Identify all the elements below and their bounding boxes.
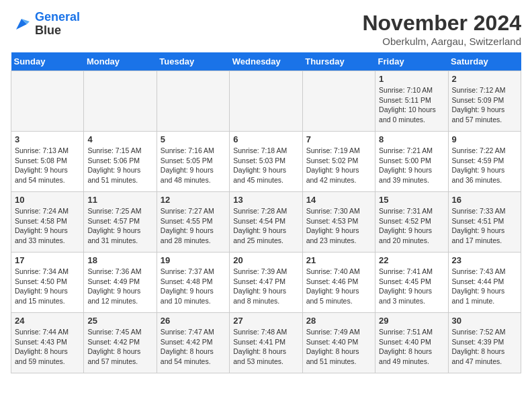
day-info: Sunrise: 7:47 AMSunset: 4:42 PMDaylight:…: [161, 327, 226, 367]
day-info: Sunrise: 7:12 AMSunset: 5:09 PMDaylight:…: [452, 85, 517, 125]
weekday-header: Thursday: [302, 52, 375, 71]
day-info: Sunrise: 7:49 AMSunset: 4:40 PMDaylight:…: [306, 327, 371, 367]
calendar-header: SundayMondayTuesdayWednesdayThursdayFrid…: [11, 52, 521, 71]
day-info: Sunrise: 7:41 AMSunset: 4:45 PMDaylight:…: [379, 267, 444, 306]
weekday-header: Sunday: [11, 52, 84, 71]
day-info: Sunrise: 7:45 AMSunset: 4:42 PMDaylight:…: [87, 327, 152, 367]
day-info: Sunrise: 7:15 AMSunset: 5:06 PMDaylight:…: [87, 146, 152, 185]
day-info: Sunrise: 7:43 AMSunset: 4:44 PMDaylight:…: [452, 267, 517, 306]
day-number: 12: [161, 195, 226, 205]
day-number: 16: [452, 195, 517, 205]
day-info: Sunrise: 7:33 AMSunset: 4:51 PMDaylight:…: [452, 206, 517, 246]
calendar-cell: 21Sunrise: 7:40 AMSunset: 4:46 PMDayligh…: [302, 253, 375, 313]
calendar-cell: [84, 71, 157, 132]
calendar-cell: 3Sunrise: 7:13 AMSunset: 5:08 PMDaylight…: [11, 132, 84, 192]
day-number: 14: [306, 195, 371, 205]
day-number: 25: [87, 316, 152, 326]
day-info: Sunrise: 7:34 AMSunset: 4:50 PMDaylight:…: [15, 267, 80, 306]
calendar-cell: 15Sunrise: 7:31 AMSunset: 4:52 PMDayligh…: [375, 192, 448, 253]
calendar-cell: 17Sunrise: 7:34 AMSunset: 4:50 PMDayligh…: [11, 253, 84, 313]
day-info: Sunrise: 7:21 AMSunset: 5:00 PMDaylight:…: [379, 146, 444, 185]
calendar-cell: 8Sunrise: 7:21 AMSunset: 5:00 PMDaylight…: [375, 132, 448, 192]
calendar-cell: 28Sunrise: 7:49 AMSunset: 4:40 PMDayligh…: [302, 313, 375, 373]
weekday-header: Saturday: [448, 52, 521, 71]
calendar-cell: 1Sunrise: 7:10 AMSunset: 5:11 PMDaylight…: [375, 71, 448, 132]
calendar-cell: 16Sunrise: 7:33 AMSunset: 4:51 PMDayligh…: [448, 192, 521, 253]
day-number: 13: [233, 195, 298, 205]
day-number: 8: [379, 134, 444, 144]
day-number: 23: [452, 255, 517, 265]
day-number: 10: [15, 195, 80, 205]
day-number: 9: [452, 134, 517, 144]
day-number: 2: [452, 74, 517, 84]
subtitle: Oberkulm, Aargau, Switzerland: [362, 36, 521, 47]
weekday-header: Friday: [375, 52, 448, 71]
calendar-cell: [302, 71, 375, 132]
page-header: General Blue November 2024 Oberkulm, Aar…: [11, 11, 521, 47]
calendar-cell: 4Sunrise: 7:15 AMSunset: 5:06 PMDaylight…: [84, 132, 157, 192]
logo-icon: [11, 13, 32, 35]
day-info: Sunrise: 7:48 AMSunset: 4:41 PMDaylight:…: [233, 327, 298, 367]
calendar-cell: 11Sunrise: 7:25 AMSunset: 4:57 PMDayligh…: [84, 192, 157, 253]
weekday-header: Wednesday: [230, 52, 302, 71]
day-number: 7: [306, 134, 371, 144]
day-info: Sunrise: 7:37 AMSunset: 4:48 PMDaylight:…: [161, 267, 226, 306]
day-number: 4: [87, 134, 152, 144]
day-info: Sunrise: 7:30 AMSunset: 4:53 PMDaylight:…: [306, 206, 371, 246]
day-info: Sunrise: 7:36 AMSunset: 4:49 PMDaylight:…: [87, 267, 152, 306]
calendar-cell: 24Sunrise: 7:44 AMSunset: 4:43 PMDayligh…: [11, 313, 84, 373]
calendar-cell: 5Sunrise: 7:16 AMSunset: 5:05 PMDaylight…: [157, 132, 229, 192]
day-number: 27: [233, 316, 298, 326]
calendar-cell: 20Sunrise: 7:39 AMSunset: 4:47 PMDayligh…: [230, 253, 302, 313]
calendar-cell: [157, 71, 229, 132]
main-title: November 2024: [362, 11, 521, 36]
day-info: Sunrise: 7:18 AMSunset: 5:03 PMDaylight:…: [233, 146, 298, 185]
day-info: Sunrise: 7:39 AMSunset: 4:47 PMDaylight:…: [233, 267, 298, 306]
calendar-cell: 10Sunrise: 7:24 AMSunset: 4:58 PMDayligh…: [11, 192, 84, 253]
day-info: Sunrise: 7:44 AMSunset: 4:43 PMDaylight:…: [15, 327, 80, 367]
title-block: November 2024 Oberkulm, Aargau, Switzerl…: [362, 11, 521, 47]
day-number: 5: [161, 134, 226, 144]
day-number: 26: [161, 316, 226, 326]
calendar-cell: 30Sunrise: 7:52 AMSunset: 4:39 PMDayligh…: [448, 313, 521, 373]
day-info: Sunrise: 7:22 AMSunset: 4:59 PMDaylight:…: [452, 146, 517, 185]
day-info: Sunrise: 7:24 AMSunset: 4:58 PMDaylight:…: [15, 206, 80, 246]
calendar-cell: [230, 71, 302, 132]
day-number: 6: [233, 134, 298, 144]
calendar-cell: 22Sunrise: 7:41 AMSunset: 4:45 PMDayligh…: [375, 253, 448, 313]
day-number: 1: [379, 74, 444, 84]
calendar-cell: 12Sunrise: 7:27 AMSunset: 4:55 PMDayligh…: [157, 192, 229, 253]
day-number: 29: [379, 316, 444, 326]
calendar-cell: 2Sunrise: 7:12 AMSunset: 5:09 PMDaylight…: [448, 71, 521, 132]
logo: General Blue: [11, 11, 80, 38]
day-info: Sunrise: 7:19 AMSunset: 5:02 PMDaylight:…: [306, 146, 371, 185]
day-info: Sunrise: 7:25 AMSunset: 4:57 PMDaylight:…: [87, 206, 152, 246]
logo-text: General Blue: [35, 11, 80, 38]
calendar-table: SundayMondayTuesdayWednesdayThursdayFrid…: [11, 52, 521, 373]
calendar-cell: 9Sunrise: 7:22 AMSunset: 4:59 PMDaylight…: [448, 132, 521, 192]
calendar-cell: [11, 71, 84, 132]
day-info: Sunrise: 7:16 AMSunset: 5:05 PMDaylight:…: [161, 146, 226, 185]
day-number: 15: [379, 195, 444, 205]
day-number: 22: [379, 255, 444, 265]
weekday-header: Monday: [84, 52, 157, 71]
calendar-cell: 19Sunrise: 7:37 AMSunset: 4:48 PMDayligh…: [157, 253, 229, 313]
day-number: 24: [15, 316, 80, 326]
day-number: 11: [87, 195, 152, 205]
calendar-cell: 14Sunrise: 7:30 AMSunset: 4:53 PMDayligh…: [302, 192, 375, 253]
day-number: 30: [452, 316, 517, 326]
day-number: 28: [306, 316, 371, 326]
calendar-body: 1Sunrise: 7:10 AMSunset: 5:11 PMDaylight…: [11, 71, 521, 373]
day-info: Sunrise: 7:31 AMSunset: 4:52 PMDaylight:…: [379, 206, 444, 246]
calendar-cell: 27Sunrise: 7:48 AMSunset: 4:41 PMDayligh…: [230, 313, 302, 373]
day-info: Sunrise: 7:51 AMSunset: 4:40 PMDaylight:…: [379, 327, 444, 367]
day-number: 21: [306, 255, 371, 265]
calendar-cell: 7Sunrise: 7:19 AMSunset: 5:02 PMDaylight…: [302, 132, 375, 192]
day-info: Sunrise: 7:40 AMSunset: 4:46 PMDaylight:…: [306, 267, 371, 306]
day-number: 19: [161, 255, 226, 265]
day-info: Sunrise: 7:52 AMSunset: 4:39 PMDaylight:…: [452, 327, 517, 367]
day-info: Sunrise: 7:27 AMSunset: 4:55 PMDaylight:…: [161, 206, 226, 246]
calendar-cell: 18Sunrise: 7:36 AMSunset: 4:49 PMDayligh…: [84, 253, 157, 313]
weekday-header: Tuesday: [157, 52, 229, 71]
day-number: 17: [15, 255, 80, 265]
